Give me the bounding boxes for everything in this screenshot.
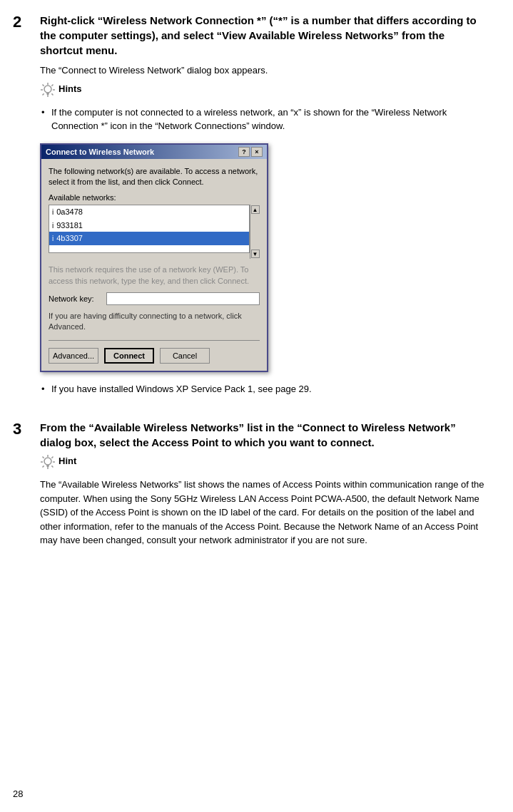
svg-line-5 [51, 93, 53, 95]
step-3-hint-block: Hint [40, 456, 484, 472]
dialog-title-text: Connect to Wireless Network [46, 148, 238, 156]
network-name-3: 4b3307 [56, 232, 83, 245]
svg-point-8 [44, 86, 51, 93]
scroll-up-arrow[interactable]: ▲ [251, 205, 260, 214]
step-3-content: From the “Available Wireless Networks” l… [40, 420, 484, 553]
step-3-hint-icon [40, 454, 56, 472]
page-number: 28 [13, 788, 23, 799]
network-item-2[interactable]: i 933181 [49, 219, 249, 232]
cancel-button[interactable]: Cancel [160, 348, 210, 364]
dialog-close-button[interactable]: × [251, 147, 263, 157]
step-3-block: 3 From the “Available Wireless Networks”… [13, 420, 484, 553]
scrollbar[interactable]: ▲ ▼ [250, 205, 260, 259]
dialog-box: Connect to Wireless Network ? × The foll… [40, 143, 268, 372]
network-icon-1: i [52, 207, 54, 217]
svg-point-19 [44, 458, 51, 465]
network-icon-2: i [52, 220, 54, 231]
step-2-bullet-list-2: If you have installed Windows XP Service… [40, 382, 484, 396]
svg-line-18 [43, 466, 44, 468]
svg-line-17 [51, 457, 53, 458]
network-list[interactable]: i 0a3478 i 933181 i 4b3307 [49, 205, 250, 253]
step-2-hint-label: Hints [59, 83, 82, 94]
step-3-heading: From the “Available Wireless Networks” l… [40, 420, 484, 450]
hint-icon [40, 82, 56, 100]
dialog-buttons: Advanced... Connect Cancel [49, 345, 260, 365]
dialog-body: The following network(s) are available. … [41, 159, 267, 371]
svg-rect-21 [47, 466, 49, 467]
hint-bulb-icon [40, 82, 56, 98]
advanced-button[interactable]: Advanced... [49, 348, 98, 364]
step-2-bullet-1: If the computer is not connected to a wi… [40, 106, 484, 133]
dialog-separator [49, 340, 260, 341]
network-item-3[interactable]: i 4b3307 [49, 232, 249, 245]
step-2-number: 2 [13, 13, 40, 403]
svg-rect-10 [47, 94, 49, 95]
page: 2 Right-click “Wireless Network Connecti… [0, 0, 513, 812]
dialog-titlebar-buttons: ? × [238, 147, 263, 157]
dialog-screenshot-wrapper: Connect to Wireless Network ? × The foll… [40, 143, 484, 372]
network-name-2: 933181 [56, 220, 83, 232]
scroll-down-arrow[interactable]: ▼ [251, 250, 260, 258]
svg-line-15 [43, 457, 44, 458]
step-2-block: 2 Right-click “Wireless Network Connecti… [13, 13, 484, 403]
dialog-field-row: Network key: [49, 292, 260, 305]
step-2-bullet-2: If you have installed Windows XP Service… [40, 382, 484, 396]
svg-line-6 [51, 84, 53, 86]
dialog-field-label: Network key: [49, 294, 102, 303]
step-2-bullet-list: If the computer is not connected to a wi… [40, 106, 484, 133]
step-2-hint-block: Hints [40, 83, 484, 100]
dialog-wep-text: This network requires the use of a netwo… [49, 264, 260, 287]
network-icon-3: i [52, 233, 54, 244]
svg-line-4 [43, 84, 44, 86]
dialog-description: The following network(s) are available. … [49, 166, 260, 188]
step-2-content: Right-click “Wireless Network Connection… [40, 13, 484, 403]
network-name-1: 0a3478 [56, 206, 83, 218]
step-2-para1: The “Connect to Wireless Network” dialog… [40, 63, 484, 78]
svg-line-7 [43, 93, 44, 95]
step-2-heading: Right-click “Wireless Network Connection… [40, 13, 484, 58]
svg-line-16 [51, 466, 53, 468]
dialog-available-label: Available networks: [49, 193, 260, 202]
dialog-difficulty-text: If you are having difficulty connecting … [49, 311, 260, 333]
connect-button[interactable]: Connect [104, 348, 154, 364]
dialog-network-key-input[interactable] [106, 292, 260, 305]
network-item-1[interactable]: i 0a3478 [49, 205, 249, 219]
hint-bulb-icon-2 [40, 454, 56, 470]
network-list-container: i 0a3478 i 933181 i 4b3307 [49, 205, 260, 259]
svg-rect-20 [46, 465, 49, 466]
svg-rect-9 [46, 93, 49, 94]
step-3-number: 3 [13, 420, 40, 553]
step-3-hint-label: Hint [59, 456, 76, 466]
step-3-para1: The “Available Wireless Networks” list s… [40, 478, 484, 548]
dialog-titlebar: Connect to Wireless Network ? × [41, 145, 267, 159]
dialog-help-button[interactable]: ? [238, 147, 250, 157]
